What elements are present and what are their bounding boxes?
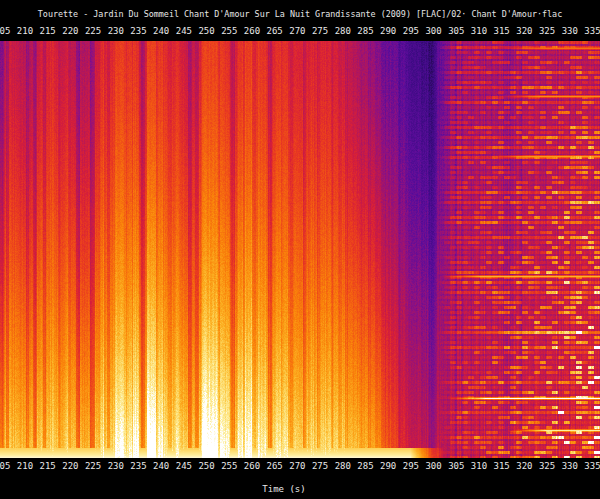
axis-tick: 220 [62, 26, 78, 37]
time-axis-top: 2052102152202252302352402452502552602652… [0, 26, 600, 37]
axis-tick: 240 [153, 461, 169, 472]
axis-tick: 210 [17, 26, 33, 37]
axis-tick: 250 [198, 26, 214, 37]
axis-tick: 205 [0, 26, 10, 37]
axis-tick: 330 [562, 26, 578, 37]
axis-tick: 275 [312, 26, 328, 37]
time-axis-label-row: Time (s) [0, 477, 600, 496]
time-axis-bottom: 2052102152202252302352402452502552602652… [0, 461, 600, 472]
axis-tick: 305 [448, 461, 464, 472]
axis-tick: 235 [130, 461, 146, 472]
axis-tick: 330 [562, 461, 578, 472]
spectrogram-canvas [0, 41, 600, 458]
axis-tick: 290 [380, 26, 396, 37]
axis-tick: 215 [40, 461, 56, 472]
axis-tick: 255 [221, 461, 237, 472]
axis-tick: 225 [85, 461, 101, 472]
axis-tick: 305 [448, 26, 464, 37]
axis-tick: 215 [40, 26, 56, 37]
axis-tick: 260 [244, 461, 260, 472]
axis-tick: 230 [108, 26, 124, 37]
axis-tick: 310 [471, 26, 487, 37]
axis-tick: 265 [267, 26, 283, 37]
axis-tick: 270 [289, 26, 305, 37]
axis-tick: 320 [516, 461, 532, 472]
axis-tick: 315 [494, 26, 510, 37]
axis-tick: 245 [176, 461, 192, 472]
axis-tick: 335 [584, 461, 600, 472]
axis-tick: 270 [289, 461, 305, 472]
axis-tick: 325 [539, 26, 555, 37]
axis-tick: 240 [153, 26, 169, 37]
axis-tick: 280 [335, 26, 351, 37]
axis-tick: 205 [0, 461, 10, 472]
axis-tick: 295 [403, 26, 419, 37]
axis-tick: 325 [539, 461, 555, 472]
axis-tick: 300 [425, 461, 441, 472]
spectrogram-title: Tourette - Jardin Du Sommeil Chant D'Amo… [0, 9, 600, 20]
axis-tick: 300 [425, 26, 441, 37]
axis-tick: 255 [221, 26, 237, 37]
time-axis-label: Time (s) [262, 484, 305, 494]
axis-tick: 275 [312, 461, 328, 472]
axis-tick: 335 [584, 26, 600, 37]
axis-tick: 265 [267, 461, 283, 472]
axis-tick: 245 [176, 26, 192, 37]
axis-tick: 210 [17, 461, 33, 472]
axis-tick: 220 [62, 461, 78, 472]
axis-tick: 295 [403, 461, 419, 472]
axis-tick: 320 [516, 26, 532, 37]
axis-tick: 285 [357, 26, 373, 37]
spectrogram-window: Tourette - Jardin Du Sommeil Chant D'Amo… [0, 0, 600, 499]
axis-tick: 280 [335, 461, 351, 472]
axis-tick: 260 [244, 26, 260, 37]
axis-tick: 235 [130, 26, 146, 37]
axis-tick: 310 [471, 461, 487, 472]
axis-tick: 290 [380, 461, 396, 472]
axis-tick: 230 [108, 461, 124, 472]
axis-tick: 225 [85, 26, 101, 37]
axis-tick: 315 [494, 461, 510, 472]
axis-tick: 285 [357, 461, 373, 472]
axis-tick: 250 [198, 461, 214, 472]
